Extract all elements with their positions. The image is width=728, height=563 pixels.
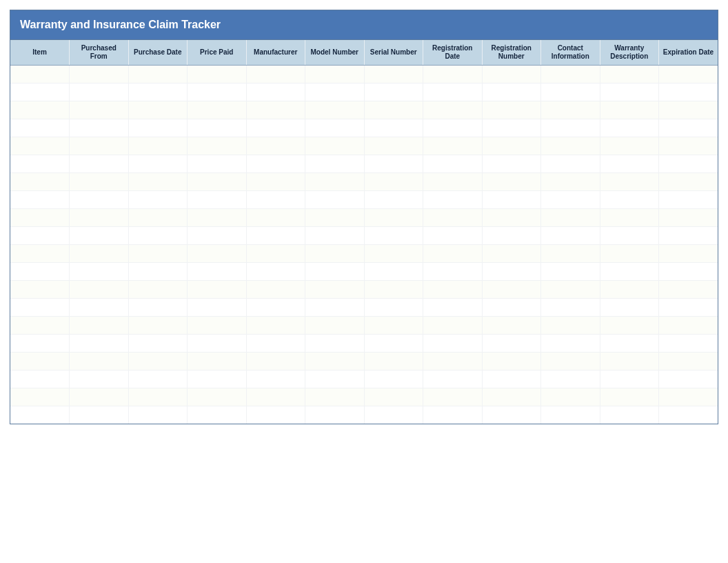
table-cell[interactable] bbox=[128, 281, 188, 299]
table-cell[interactable] bbox=[364, 388, 423, 406]
table-cell[interactable] bbox=[305, 406, 365, 424]
table-cell[interactable] bbox=[70, 335, 129, 353]
table-cell[interactable] bbox=[188, 83, 247, 101]
table-cell[interactable] bbox=[482, 335, 541, 353]
table-cell[interactable] bbox=[128, 335, 188, 353]
table-cell[interactable] bbox=[246, 83, 305, 101]
table-cell[interactable] bbox=[423, 371, 483, 388]
table-cell[interactable] bbox=[423, 66, 483, 83]
table-cell[interactable] bbox=[305, 119, 365, 137]
table-cell[interactable] bbox=[541, 155, 600, 173]
table-cell[interactable] bbox=[541, 371, 600, 388]
table-cell[interactable] bbox=[70, 137, 129, 155]
table-cell[interactable] bbox=[600, 227, 659, 245]
table-cell[interactable] bbox=[188, 155, 247, 173]
table-cell[interactable] bbox=[482, 353, 541, 371]
table-cell[interactable] bbox=[246, 119, 305, 137]
table-cell[interactable] bbox=[482, 388, 541, 406]
table-cell[interactable] bbox=[188, 66, 247, 83]
table-cell[interactable] bbox=[541, 317, 600, 335]
table-cell[interactable] bbox=[246, 155, 305, 173]
table-cell[interactable] bbox=[364, 406, 423, 424]
table-cell[interactable] bbox=[482, 299, 541, 317]
table-cell[interactable] bbox=[423, 245, 483, 263]
table-cell[interactable] bbox=[482, 119, 541, 137]
table-cell[interactable] bbox=[246, 371, 305, 388]
table-cell[interactable] bbox=[364, 66, 423, 83]
table-cell[interactable] bbox=[364, 353, 423, 371]
table-cell[interactable] bbox=[423, 137, 483, 155]
table-cell[interactable] bbox=[541, 137, 600, 155]
table-cell[interactable] bbox=[128, 317, 188, 335]
table-cell[interactable] bbox=[128, 299, 188, 317]
table-cell[interactable] bbox=[305, 299, 365, 317]
table-cell[interactable] bbox=[10, 173, 70, 191]
table-cell[interactable] bbox=[659, 83, 718, 101]
table-cell[interactable] bbox=[364, 371, 423, 388]
table-cell[interactable] bbox=[541, 353, 600, 371]
table-cell[interactable] bbox=[305, 83, 365, 101]
table-cell[interactable] bbox=[10, 245, 70, 263]
table-cell[interactable] bbox=[423, 227, 483, 245]
table-cell[interactable] bbox=[600, 299, 659, 317]
table-cell[interactable] bbox=[482, 137, 541, 155]
table-cell[interactable] bbox=[600, 317, 659, 335]
table-cell[interactable] bbox=[10, 101, 70, 119]
table-cell[interactable] bbox=[246, 137, 305, 155]
table-cell[interactable] bbox=[423, 406, 483, 424]
table-cell[interactable] bbox=[305, 155, 365, 173]
table-cell[interactable] bbox=[10, 353, 70, 371]
table-cell[interactable] bbox=[10, 371, 70, 388]
table-cell[interactable] bbox=[600, 406, 659, 424]
table-cell[interactable] bbox=[246, 281, 305, 299]
table-cell[interactable] bbox=[128, 263, 188, 281]
table-cell[interactable] bbox=[305, 66, 365, 83]
table-cell[interactable] bbox=[246, 101, 305, 119]
table-cell[interactable] bbox=[659, 119, 718, 137]
table-cell[interactable] bbox=[10, 406, 70, 424]
table-cell[interactable] bbox=[305, 371, 365, 388]
table-cell[interactable] bbox=[188, 173, 247, 191]
table-cell[interactable] bbox=[423, 299, 483, 317]
table-cell[interactable] bbox=[423, 191, 483, 209]
table-cell[interactable] bbox=[70, 317, 129, 335]
table-cell[interactable] bbox=[10, 335, 70, 353]
table-cell[interactable] bbox=[10, 317, 70, 335]
table-cell[interactable] bbox=[364, 101, 423, 119]
table-cell[interactable] bbox=[128, 227, 188, 245]
table-cell[interactable] bbox=[541, 227, 600, 245]
table-cell[interactable] bbox=[659, 353, 718, 371]
table-cell[interactable] bbox=[364, 173, 423, 191]
table-cell[interactable] bbox=[659, 209, 718, 227]
table-cell[interactable] bbox=[128, 209, 188, 227]
table-cell[interactable] bbox=[188, 245, 247, 263]
table-cell[interactable] bbox=[600, 245, 659, 263]
table-cell[interactable] bbox=[70, 173, 129, 191]
table-cell[interactable] bbox=[128, 388, 188, 406]
table-cell[interactable] bbox=[10, 119, 70, 137]
table-cell[interactable] bbox=[482, 66, 541, 83]
table-cell[interactable] bbox=[541, 83, 600, 101]
table-cell[interactable] bbox=[541, 299, 600, 317]
table-cell[interactable] bbox=[305, 281, 365, 299]
table-cell[interactable] bbox=[600, 371, 659, 388]
table-cell[interactable] bbox=[600, 263, 659, 281]
table-cell[interactable] bbox=[246, 263, 305, 281]
table-cell[interactable] bbox=[482, 101, 541, 119]
table-cell[interactable] bbox=[246, 173, 305, 191]
table-cell[interactable] bbox=[70, 371, 129, 388]
table-cell[interactable] bbox=[188, 101, 247, 119]
table-cell[interactable] bbox=[188, 371, 247, 388]
table-cell[interactable] bbox=[188, 191, 247, 209]
table-cell[interactable] bbox=[10, 227, 70, 245]
table-cell[interactable] bbox=[659, 335, 718, 353]
table-cell[interactable] bbox=[482, 227, 541, 245]
table-cell[interactable] bbox=[246, 335, 305, 353]
table-cell[interactable] bbox=[541, 209, 600, 227]
table-cell[interactable] bbox=[188, 137, 247, 155]
table-cell[interactable] bbox=[10, 155, 70, 173]
table-cell[interactable] bbox=[364, 155, 423, 173]
table-cell[interactable] bbox=[70, 209, 129, 227]
table-cell[interactable] bbox=[659, 317, 718, 335]
table-cell[interactable] bbox=[128, 173, 188, 191]
